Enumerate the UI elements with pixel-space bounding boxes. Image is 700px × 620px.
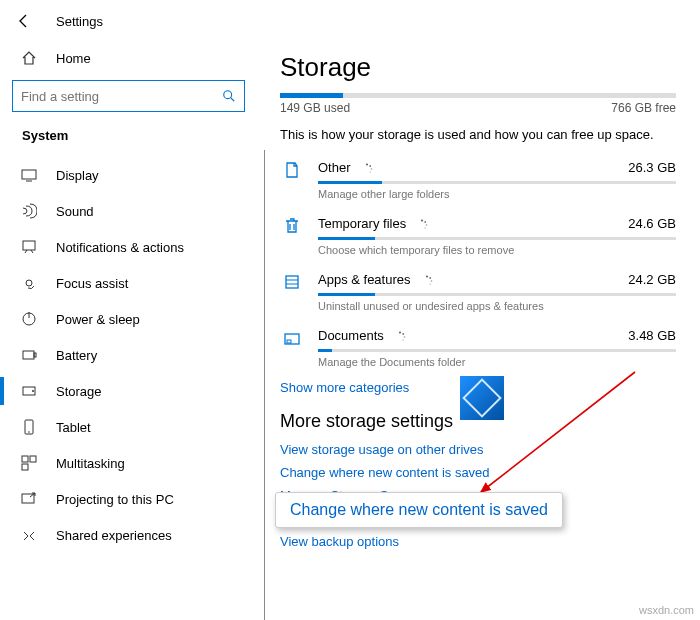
category-apps-features[interactable]: Apps & features24.2 GBUninstall unused o… <box>280 264 676 320</box>
category-name: Other <box>318 160 373 175</box>
svg-point-36 <box>402 333 404 335</box>
svg-point-5 <box>26 280 32 286</box>
svg-point-37 <box>403 336 405 338</box>
nav-label: Display <box>56 168 99 183</box>
nav-icon <box>20 167 38 183</box>
category-size: 24.2 GB <box>628 272 676 287</box>
nav-icon <box>20 455 38 471</box>
nav-battery[interactable]: Battery <box>10 337 247 373</box>
nav-notifications-actions[interactable]: Notifications & actions <box>10 229 247 265</box>
main-content: Storage 149 GB used 766 GB free This is … <box>258 42 700 620</box>
link-view-storage-usage-on-other-drives[interactable]: View storage usage on other drives <box>280 442 676 457</box>
svg-rect-16 <box>22 464 28 470</box>
nav-multitasking[interactable]: Multitasking <box>10 445 247 481</box>
category-hint: Uninstall unused or undesired apps & fea… <box>318 300 676 312</box>
nav-icon <box>20 527 38 543</box>
category-size: 26.3 GB <box>628 160 676 175</box>
scrollbar[interactable] <box>264 150 265 620</box>
svg-point-13 <box>28 431 30 433</box>
svg-point-38 <box>402 339 403 340</box>
svg-point-32 <box>429 283 430 284</box>
category-temporary-files[interactable]: Temporary files24.6 GBChoose which tempo… <box>280 208 676 264</box>
nav-label: Battery <box>56 348 97 363</box>
nav-icon <box>20 311 38 327</box>
category-other[interactable]: Other26.3 GBManage other large folders <box>280 152 676 208</box>
category-name: Documents <box>318 328 406 343</box>
nav-tablet[interactable]: Tablet <box>10 409 247 445</box>
callout-highlight: Change where new content is saved <box>275 492 563 528</box>
svg-point-11 <box>32 390 34 392</box>
category-size: 24.6 GB <box>628 216 676 231</box>
loading-spinner-icon <box>421 275 433 287</box>
nav-focus-assist[interactable]: Focus assist <box>10 265 247 301</box>
nav-label: Power & sleep <box>56 312 140 327</box>
category-icon <box>280 161 304 179</box>
nav-label: Notifications & actions <box>56 240 184 255</box>
category-icon <box>280 273 304 291</box>
nav-power-sleep[interactable]: Power & sleep <box>10 301 247 337</box>
nav-label: Multitasking <box>56 456 125 471</box>
nav-shared-experiences[interactable]: Shared experiences <box>10 517 247 553</box>
svg-point-30 <box>429 277 431 279</box>
section-label: System <box>22 128 235 143</box>
search-input[interactable] <box>12 80 245 112</box>
nav-label: Focus assist <box>56 276 128 291</box>
loading-spinner-icon <box>361 163 373 175</box>
home-nav[interactable]: Home <box>10 42 247 74</box>
logo-overlay <box>460 376 504 420</box>
nav-icon <box>20 203 38 219</box>
home-icon <box>20 50 38 66</box>
back-button[interactable] <box>12 9 36 33</box>
nav-display[interactable]: Display <box>10 157 247 193</box>
svg-point-31 <box>430 280 432 282</box>
link-change-where-new-content-is-saved[interactable]: Change where new content is saved <box>280 465 676 480</box>
svg-line-1 <box>231 98 235 102</box>
watermark: wsxdn.com <box>639 604 694 616</box>
category-hint: Manage the Documents folder <box>318 356 676 368</box>
svg-rect-8 <box>23 351 34 359</box>
svg-point-19 <box>369 165 371 167</box>
loading-spinner-icon <box>416 219 428 231</box>
storage-bar <box>280 93 676 98</box>
link-view-backup-options[interactable]: View backup options <box>280 534 676 549</box>
svg-point-25 <box>425 227 426 228</box>
svg-point-35 <box>399 331 401 333</box>
nav-storage[interactable]: Storage <box>10 373 247 409</box>
nav-label: Tablet <box>56 420 91 435</box>
nav-label: Shared experiences <box>56 528 172 543</box>
svg-rect-15 <box>30 456 36 462</box>
svg-point-0 <box>224 91 232 99</box>
svg-point-29 <box>426 275 428 277</box>
nav-projecting-to-this-pc[interactable]: Projecting to this PC <box>10 481 247 517</box>
free-label: 766 GB free <box>611 101 676 115</box>
app-title: Settings <box>56 14 103 29</box>
svg-point-24 <box>426 224 428 226</box>
svg-point-18 <box>366 163 368 165</box>
nav-icon <box>20 275 38 291</box>
nav-icon <box>20 383 38 399</box>
search-icon <box>222 89 236 103</box>
nav-icon <box>20 347 38 363</box>
loading-spinner-icon <box>394 331 406 343</box>
category-name: Apps & features <box>318 272 433 287</box>
svg-point-23 <box>424 221 426 223</box>
svg-rect-26 <box>286 276 298 288</box>
sidebar: Home System DisplaySoundNotifications & … <box>0 42 258 620</box>
svg-point-20 <box>370 168 372 170</box>
svg-point-21 <box>369 171 370 172</box>
category-icon <box>280 329 304 347</box>
nav-label: Projecting to this PC <box>56 492 174 507</box>
search-field[interactable] <box>21 89 222 104</box>
category-icon <box>280 217 304 235</box>
page-title: Storage <box>280 52 676 83</box>
nav-icon <box>20 239 38 255</box>
used-label: 149 GB used <box>280 101 350 115</box>
svg-rect-2 <box>22 170 36 179</box>
category-name: Temporary files <box>318 216 428 231</box>
nav-icon <box>20 419 38 435</box>
svg-rect-14 <box>22 456 28 462</box>
nav-sound[interactable]: Sound <box>10 193 247 229</box>
svg-rect-4 <box>23 241 35 250</box>
nav-label: Storage <box>56 384 102 399</box>
category-documents[interactable]: Documents3.48 GBManage the Documents fol… <box>280 320 676 376</box>
